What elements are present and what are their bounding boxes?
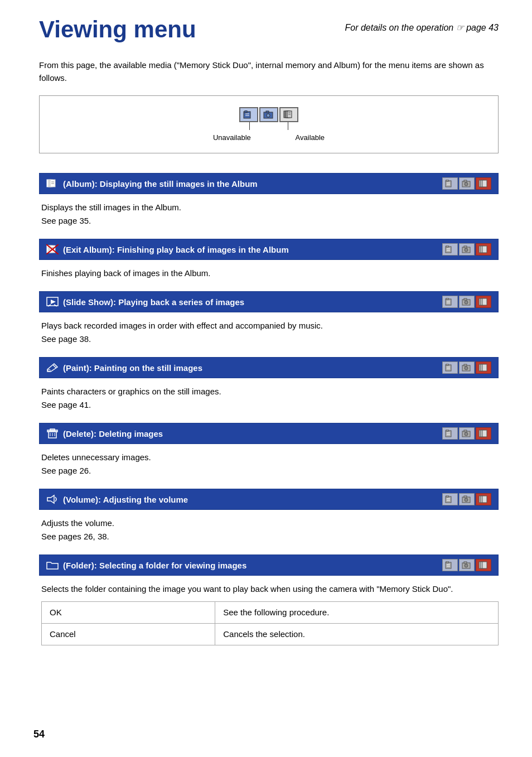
page-subtitle: For details on the operation ☞ page 43 [345, 22, 499, 33]
section-title-album: (Album): Displaying the still images in … [63, 179, 258, 189]
section-title-exit-album: (Exit Album): Finishing play back of ima… [63, 245, 289, 254]
section-header-folder: (Folder): Selecting a folder for viewing… [39, 555, 499, 576]
svg-rect-61 [446, 364, 448, 365]
table-description: See the following procedure. [215, 602, 499, 624]
section-avail-icons-album [442, 177, 491, 190]
section-icon-delete [46, 428, 59, 438]
svg-rect-6 [266, 111, 269, 113]
section-body-text: Plays back recorded images in order with… [41, 319, 499, 332]
section-body-text: Displays the still images in the Album. [41, 201, 499, 214]
section-title-volume: (Volume): Adjusting the volume [63, 495, 188, 504]
section-exit-album: (Exit Album): Finishing play back of ima… [39, 239, 499, 280]
section-title-delete: (Delete): Deleting images [63, 429, 163, 438]
media-diagram: Unavailable Available [39, 95, 499, 153]
avail-box-0 [442, 296, 458, 308]
section-body-album: Displays the still images in the Album.S… [39, 201, 499, 228]
options-table: OK See the following procedure. Cancel C… [41, 601, 499, 645]
section-icon-exit-album [46, 244, 59, 254]
section-title-folder: (Folder): Selecting a folder for viewing… [63, 561, 246, 570]
svg-rect-97 [446, 562, 451, 568]
section-header-album: (Album): Displaying the still images in … [39, 173, 499, 194]
section-title-slideshow: (Slide Show): Playing back a series of i… [63, 297, 244, 307]
table-row: Cancel Cancels the selection. [42, 624, 499, 645]
svg-point-102 [465, 564, 468, 567]
ref-page: page 43 [466, 23, 499, 32]
section-body-text: See page 41. [41, 398, 499, 412]
table-description: Cancels the selection. [215, 624, 499, 645]
avail-box-0 [442, 493, 458, 505]
avail-box-1 [459, 427, 475, 440]
section-header-paint: (Paint): Painting on the still images [39, 357, 499, 378]
svg-marker-45 [51, 300, 56, 304]
section-body-folder: Selects the folder containing the image … [39, 582, 499, 645]
section-paint: (Paint): Painting on the still images Pa… [39, 357, 499, 412]
svg-rect-106 [482, 562, 487, 568]
page-number: 54 [33, 729, 45, 740]
section-header-left: (Slide Show): Playing back a series of i… [46, 297, 244, 307]
svg-rect-18 [446, 180, 448, 181]
svg-rect-98 [446, 561, 448, 563]
section-body-slideshow: Plays back recorded images in order with… [39, 319, 499, 346]
diag-labels: Unavailable Available [191, 133, 347, 142]
table-option: Cancel [42, 624, 215, 645]
table-row: OK See the following procedure. [42, 602, 499, 624]
avail-box-1 [459, 296, 475, 308]
section-body-text: Finishes playing back of images in the A… [41, 267, 499, 280]
avail-box-0 [442, 427, 458, 440]
section-icon-album [46, 179, 59, 189]
section-header-left: (Folder): Selecting a folder for viewing… [46, 560, 246, 570]
section-body-volume: Adjusts the volume.See pages 26, 38. [39, 517, 499, 543]
diag-icon-album [279, 107, 298, 122]
svg-rect-82 [464, 430, 467, 432]
line1 [249, 122, 250, 130]
section-body-text: Selects the folder containing the image … [41, 582, 499, 596]
avail-box-1 [459, 493, 475, 505]
svg-rect-69 [482, 364, 487, 371]
section-body-text: Adjusts the volume. [41, 517, 499, 530]
section-body-text: See page 26. [41, 464, 499, 478]
svg-rect-85 [482, 430, 487, 437]
svg-point-53 [465, 301, 468, 304]
avail-box-1 [459, 177, 475, 190]
section-avail-icons-folder [442, 559, 491, 571]
svg-marker-86 [47, 495, 54, 503]
svg-point-65 [465, 367, 468, 370]
svg-rect-48 [446, 299, 451, 305]
section-slideshow: (Slide Show): Playing back a series of i… [39, 291, 499, 346]
svg-rect-57 [482, 298, 487, 305]
svg-rect-54 [464, 298, 467, 300]
section-icon-folder [46, 560, 59, 570]
diag-icons-row [239, 107, 298, 122]
diagram-area: Unavailable Available [56, 107, 481, 142]
section-body-exit-album: Finishes playing back of images in the A… [39, 267, 499, 280]
svg-rect-76 [446, 431, 451, 437]
section-icon-volume [46, 494, 59, 504]
avail-box-0 [442, 243, 458, 255]
svg-rect-87 [446, 496, 451, 503]
svg-point-81 [465, 432, 468, 436]
avail-box-2 [476, 559, 491, 571]
avail-box-1 [459, 243, 475, 255]
diag-icon-memory-stick [239, 107, 258, 122]
svg-rect-77 [446, 430, 448, 431]
section-header-left: (Exit Album): Finishing play back of ima… [46, 244, 289, 254]
section-header-exit-album: (Exit Album): Finishing play back of ima… [39, 239, 499, 260]
svg-rect-96 [482, 496, 487, 503]
section-header-slideshow: (Slide Show): Playing back a series of i… [39, 291, 499, 312]
section-header-left: (Album): Displaying the still images in … [46, 179, 258, 189]
avail-box-2 [476, 361, 491, 374]
avail-box-1 [459, 361, 475, 374]
avail-box-2 [476, 296, 491, 308]
section-avail-icons-paint [442, 361, 491, 374]
svg-rect-34 [446, 247, 451, 253]
unavailable-label: Unavailable [213, 133, 251, 142]
ref-symbol: ☞ [456, 23, 466, 32]
page-title: Viewing menu [39, 17, 196, 42]
section-volume: (Volume): Adjusting the volume Adjusts t… [39, 489, 499, 543]
svg-rect-26 [482, 180, 487, 187]
section-icon-slideshow [46, 297, 59, 307]
section-body-text: See pages 26, 38. [41, 530, 499, 543]
section-title-paint: (Paint): Painting on the still images [63, 363, 202, 373]
section-body-text: See page 35. [41, 214, 499, 228]
svg-rect-103 [464, 562, 467, 563]
